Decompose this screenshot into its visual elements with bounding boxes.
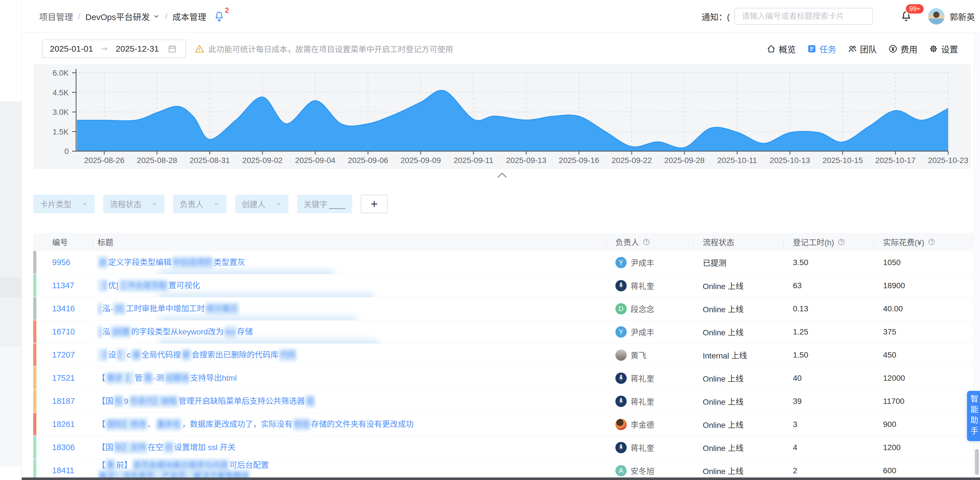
arrow-right-icon bbox=[100, 44, 109, 54]
col-header-status: 流程状态 bbox=[693, 233, 783, 251]
table-row: 18411【售前】首页各模块展示顺序与内容可后台配置备注：涉及首页、产品页、解决… bbox=[33, 459, 974, 480]
scrollbar-thumb[interactable] bbox=[975, 449, 979, 475]
card-cost: 900 bbox=[873, 420, 974, 429]
card-type-stripe bbox=[33, 413, 37, 435]
tab-label: 团队 bbox=[860, 43, 877, 55]
svg-text:2025-08-31: 2025-08-31 bbox=[189, 156, 230, 165]
card-title-link[interactable]: [泓-]在工时审批单中增加工时统计展示 bbox=[93, 303, 606, 314]
chevron-down-icon bbox=[81, 201, 88, 207]
collapsed-sidebar[interactable] bbox=[0, 0, 22, 480]
assistant-label: 智能助手 bbox=[968, 395, 979, 437]
card-cost: 18900 bbox=[873, 281, 974, 290]
avatar: Y bbox=[616, 257, 627, 268]
card-hours: 0.13 bbox=[783, 304, 873, 313]
card-id-link[interactable]: 18187 bbox=[33, 397, 93, 406]
chevron-down-icon[interactable] bbox=[153, 13, 160, 20]
sidebar-block bbox=[0, 102, 21, 346]
card-id-link[interactable]: 18411 bbox=[33, 466, 93, 475]
tab-tasks[interactable]: 任务 bbox=[807, 43, 836, 55]
table-row: 18261【国际】修改、重命名，数据库更改成功了，实际没有校验存储的文件夹有没有… bbox=[33, 413, 974, 436]
avatar: Y bbox=[616, 326, 627, 338]
card-hours: 63 bbox=[783, 281, 873, 290]
svg-text:2025-09-16: 2025-09-16 bbox=[559, 156, 599, 165]
add-filter-button[interactable]: + bbox=[361, 195, 388, 213]
table-row: 9956自定义字段类型编辑中旧选项的类型置灰Y尹成丰已提测3.501050 bbox=[33, 251, 974, 274]
card-id-link[interactable]: 11347 bbox=[33, 281, 93, 290]
breadcrumb-project-name[interactable]: DevOps平台研发 bbox=[85, 10, 150, 22]
owner-name: 尹成丰 bbox=[631, 257, 654, 268]
tasks-icon bbox=[807, 44, 816, 54]
svg-text:1.5K: 1.5K bbox=[52, 128, 69, 136]
subscribe-bell-icon[interactable]: 2 bbox=[213, 11, 225, 22]
card-status: Internal 上线 bbox=[693, 349, 783, 361]
svg-text:2025-08-28: 2025-08-28 bbox=[137, 156, 177, 165]
card-id-link[interactable]: 18261 bbox=[33, 419, 93, 429]
card-id-link[interactable]: 13416 bbox=[33, 304, 93, 313]
tab-label: 设置 bbox=[941, 43, 958, 55]
col-label: 流程状态 bbox=[703, 236, 734, 248]
date-end[interactable]: 2025-12-31 bbox=[116, 44, 159, 54]
help-icon[interactable] bbox=[643, 238, 650, 246]
avatar bbox=[616, 349, 627, 361]
calendar-icon bbox=[167, 44, 177, 54]
card-title-link[interactable]: 【设】c端全局代码搜索会搜索出已删除的代码库代码 bbox=[93, 350, 606, 360]
date-start[interactable]: 2025-01-01 bbox=[50, 44, 93, 54]
tab-label: 概览 bbox=[779, 43, 796, 55]
card-type-stripe bbox=[33, 343, 37, 366]
card-hours: 2 bbox=[783, 466, 873, 475]
header-right: 通知：( 99+ 郭新英 bbox=[702, 8, 975, 25]
owner-name: 蒋礼奎 bbox=[631, 395, 654, 407]
team-icon bbox=[848, 44, 857, 54]
card-id-link[interactable]: 9956 bbox=[33, 258, 93, 267]
card-status: 已提测 bbox=[693, 257, 783, 268]
card-title-link[interactable]: 自定义字段类型编辑中旧选项的类型置灰 bbox=[93, 257, 606, 268]
toolbar: 2025-01-01 2025-12-31 此功能可统计每日成本，故需在项目设置… bbox=[22, 33, 980, 65]
col-label: 负责人 bbox=[616, 236, 639, 248]
card-owner: D段念念 bbox=[606, 303, 693, 314]
card-id-link[interactable]: 18306 bbox=[33, 443, 93, 452]
top-header: 项目管理 / DevOps平台研发 / 成本管理 2 通知：( 99+ 郭新英 bbox=[22, 0, 980, 33]
breadcrumb-separator: / bbox=[78, 11, 80, 21]
card-id-link[interactable]: 17207 bbox=[33, 350, 93, 360]
card-title-link[interactable]: 【国际】修改、重命名，数据库更改成功了，实际没有校验存储的文件夹有没有更改成功 bbox=[93, 419, 606, 430]
ai-assistant-tab[interactable]: 智能助手 bbox=[967, 391, 980, 441]
filter-creator[interactable]: 创建人 bbox=[235, 195, 288, 213]
card-id-link[interactable]: 17521 bbox=[33, 373, 93, 383]
date-range-picker[interactable]: 2025-01-01 2025-12-31 bbox=[42, 40, 186, 58]
card-title-link[interactable]: 【售前】首页各模块展示顺序与内容可后台配置备注：涉及首页、产品页、解决方案等模块 bbox=[93, 460, 606, 480]
fee-icon bbox=[888, 44, 898, 54]
card-type-stripe bbox=[33, 367, 37, 389]
keyword-input[interactable] bbox=[329, 199, 345, 209]
search-input[interactable] bbox=[734, 8, 873, 25]
tab-fee[interactable]: 费用 bbox=[888, 43, 918, 55]
filter-owner[interactable]: 负责人 bbox=[173, 195, 226, 213]
notification-count-badge: 99+ bbox=[905, 3, 924, 14]
card-type-stripe bbox=[33, 321, 37, 343]
collapse-chart-button[interactable] bbox=[496, 170, 508, 180]
tab-team[interactable]: 团队 bbox=[848, 43, 877, 55]
help-icon[interactable] bbox=[928, 238, 935, 246]
filter-label: 关键字 bbox=[304, 198, 328, 209]
table-row: 16710[泓]创建的字段类型从keyword改为tex存储Y尹成丰Online… bbox=[33, 321, 974, 343]
card-title-link[interactable]: 【国际9月迭代】缺陷管理开启缺陷菜单后支持公共筛选器组 bbox=[93, 396, 606, 407]
breadcrumb-project-management[interactable]: 项目管理 bbox=[39, 10, 73, 22]
filter-keyword[interactable]: 关键字 bbox=[297, 195, 352, 213]
user-name[interactable]: 郭新英 bbox=[950, 10, 975, 22]
card-title-link[interactable]: 【需求】管理-测试模块支持导出html bbox=[93, 373, 606, 384]
card-status: Online 上线 bbox=[693, 280, 783, 291]
card-title-link[interactable]: [泓]创建的字段类型从keyword改为tex存储 bbox=[93, 327, 606, 337]
user-avatar[interactable] bbox=[928, 8, 945, 24]
filter-card-type[interactable]: 卡片类型 bbox=[33, 195, 95, 213]
table-row: 18306【国际】支持在空间设置增加 ssl 开关蒋礼奎Online 上线412… bbox=[33, 436, 974, 459]
notifications-bell-icon[interactable]: 99+ bbox=[900, 10, 912, 22]
owner-name: 蒋礼奎 bbox=[631, 280, 654, 291]
svg-text:2025-09-06: 2025-09-06 bbox=[348, 156, 388, 165]
horizontal-scrollbar[interactable] bbox=[22, 477, 980, 480]
card-id-link[interactable]: 16710 bbox=[33, 327, 93, 336]
filter-flow-status[interactable]: 流程状态 bbox=[103, 195, 165, 213]
tab-settings[interactable]: 设置 bbox=[929, 43, 958, 55]
help-icon[interactable] bbox=[837, 238, 845, 246]
card-title-link[interactable]: 【国际】支持在空间设置增加 ssl 开关 bbox=[93, 442, 606, 453]
tab-overview[interactable]: 概览 bbox=[767, 43, 796, 55]
card-title-link[interactable]: 【优]工作台首页配置可视化 bbox=[93, 280, 606, 291]
